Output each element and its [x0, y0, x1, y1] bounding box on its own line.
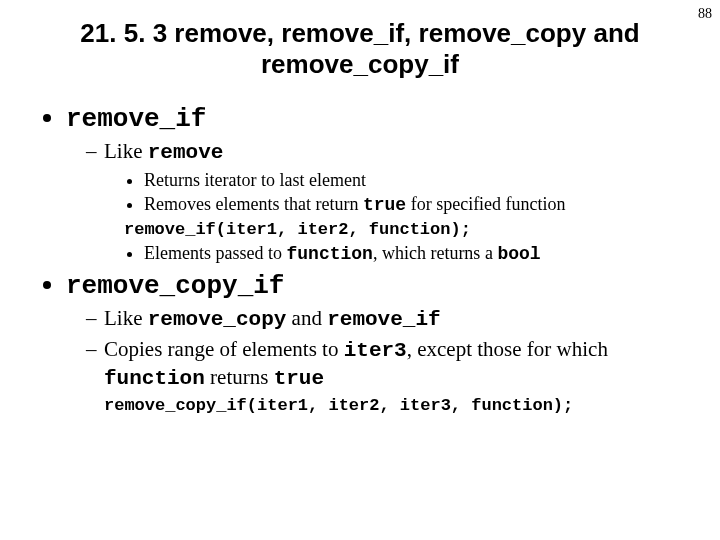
subitem-copies-range: Copies range of elements to iter3, excep…: [86, 336, 682, 393]
code-word: bool: [497, 244, 540, 264]
bullet-remove-if: remove_if Like remove Returns iterator t…: [66, 102, 682, 265]
text: Like: [104, 139, 148, 163]
code-word: function: [104, 367, 205, 390]
text: , except those for which: [407, 337, 608, 361]
text: and: [286, 306, 327, 330]
page-number: 88: [698, 6, 712, 22]
text: Like: [104, 306, 148, 330]
code-remove-if: remove_if(iter1, iter2, function);: [124, 219, 682, 240]
code-word: iter3: [344, 339, 407, 362]
pt-elements-passed: Elements passed to function, which retur…: [144, 242, 682, 266]
code-word: remove: [148, 141, 224, 164]
code-word: remove_if: [327, 308, 440, 331]
bullet-list: remove_if Like remove Returns iterator t…: [38, 102, 682, 415]
subitem-like-remove: Like remove Returns iterator to last ele…: [86, 138, 682, 265]
sublist-1: Like remove Returns iterator to last ele…: [66, 138, 682, 265]
slide-content: 21. 5. 3 remove, remove_if, remove_copy …: [0, 0, 720, 415]
pt-returns-iterator: Returns iterator to last element: [144, 169, 682, 192]
text: for specified function: [406, 194, 565, 214]
code-remove-copy-if: remove_copy_if(iter1, iter2, iter3, func…: [104, 396, 682, 415]
slide-title: 21. 5. 3 remove, remove_if, remove_copy …: [38, 18, 682, 80]
code-word: true: [274, 367, 324, 390]
bullet-head-2: remove_copy_if: [66, 271, 284, 301]
pt-removes-elements: Removes elements that return true for sp…: [144, 193, 682, 217]
bullet-remove-copy-if: remove_copy_if Like remove_copy and remo…: [66, 269, 682, 415]
text: Copies range of elements to: [104, 337, 344, 361]
text: Elements passed to: [144, 243, 286, 263]
text: , which returns a: [373, 243, 497, 263]
code-word: function: [286, 244, 372, 264]
text: returns: [205, 365, 274, 389]
code-word: true: [363, 195, 406, 215]
code-word: remove_copy: [148, 308, 287, 331]
subitem-like-remove-copy: Like remove_copy and remove_if: [86, 305, 682, 333]
subsublist-2: Elements passed to function, which retur…: [104, 242, 682, 266]
subsublist-1: Returns iterator to last element Removes…: [104, 169, 682, 217]
bullet-head-1: remove_if: [66, 104, 206, 134]
text: Removes elements that return: [144, 194, 363, 214]
sublist-2: Like remove_copy and remove_if Copies ra…: [66, 305, 682, 392]
